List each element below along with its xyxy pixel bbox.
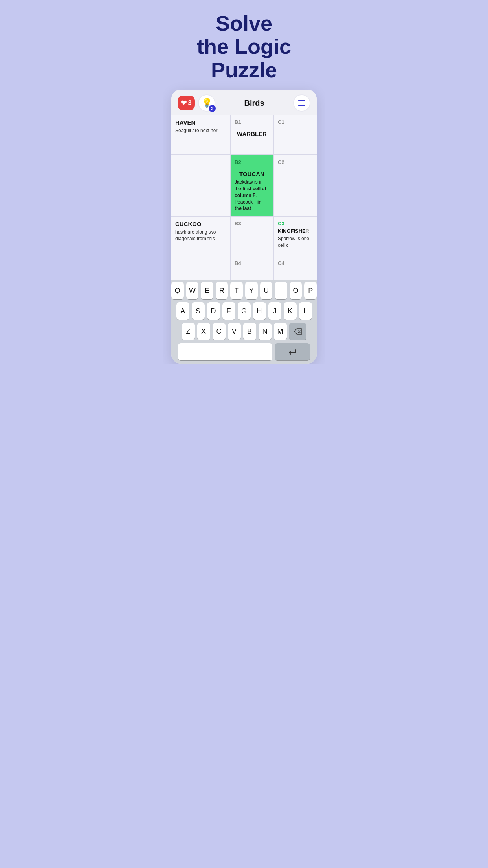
page-container: Solve the Logic Puzzle ❤ 3 💡 3 Birds xyxy=(163,0,325,364)
keyboard-row-2: A S D F G H J K L xyxy=(171,302,317,320)
delete-key[interactable] xyxy=(289,323,306,340)
key-u[interactable]: U xyxy=(260,282,273,299)
key-k[interactable]: K xyxy=(284,302,297,320)
key-h[interactable]: H xyxy=(253,302,266,320)
puzzle-grid: RAVEN Seagull are next her B1 WARBLER C1… xyxy=(171,115,317,280)
cell-c1[interactable]: C1 xyxy=(274,115,317,154)
cell-a3[interactable]: CUCKOO hawk are along two diagonals from… xyxy=(171,216,230,256)
hearts-badge: ❤ 3 xyxy=(178,96,195,110)
key-i[interactable]: I xyxy=(275,282,287,299)
cell-c3-clue: Sparrow is one cell c xyxy=(278,235,313,249)
cell-b1-label: B1 xyxy=(235,119,269,125)
cell-a3-bird: CUCKOO xyxy=(175,221,226,227)
cell-c4-label: C4 xyxy=(278,260,313,266)
cell-b1-bird: WARBLER xyxy=(235,131,269,137)
menu-button[interactable] xyxy=(293,94,310,112)
key-v[interactable]: V xyxy=(228,323,241,340)
keyboard-bottom-row xyxy=(171,343,317,360)
cell-b2-clue: Jackdaw is in the first cell of column F… xyxy=(235,179,269,212)
key-d[interactable]: D xyxy=(207,302,220,320)
key-p[interactable]: P xyxy=(304,282,317,299)
return-key[interactable] xyxy=(275,343,310,360)
hearts-count: 3 xyxy=(188,99,191,107)
menu-line-3 xyxy=(298,105,305,106)
cell-c4[interactable]: C4 xyxy=(274,256,317,280)
cell-b3-label: B3 xyxy=(235,221,269,226)
cell-c3-label: C3 xyxy=(278,221,313,226)
cell-c2[interactable]: C2 xyxy=(274,155,317,216)
key-y[interactable]: Y xyxy=(245,282,258,299)
menu-line-1 xyxy=(298,100,305,101)
hints-badge[interactable]: 💡 3 xyxy=(198,94,215,112)
cell-a1-bird: RAVEN xyxy=(175,119,226,126)
key-e[interactable]: E xyxy=(201,282,213,299)
key-b[interactable]: B xyxy=(243,323,256,340)
cell-b2-label: B2 xyxy=(235,159,269,165)
cell-c3[interactable]: C3 KINGFISHER Sparrow is one cell c xyxy=(274,216,317,256)
key-m[interactable]: M xyxy=(274,323,287,340)
cell-a3-clue: hawk are along two diagonals from this xyxy=(175,229,226,242)
key-f[interactable]: F xyxy=(222,302,235,320)
key-l[interactable]: L xyxy=(299,302,312,320)
key-t[interactable]: T xyxy=(230,282,243,299)
key-n[interactable]: N xyxy=(259,323,272,340)
key-o[interactable]: O xyxy=(290,282,302,299)
key-w[interactable]: W xyxy=(186,282,199,299)
spacebar-key[interactable] xyxy=(178,343,272,360)
cell-c1-label: C1 xyxy=(278,119,313,125)
key-j[interactable]: J xyxy=(268,302,281,320)
hints-count: 3 xyxy=(209,105,216,112)
keyboard-row-3: Z X C V B N M xyxy=(171,323,317,340)
cell-a1-clue: Seagull are next her xyxy=(175,127,226,134)
cell-a2[interactable] xyxy=(171,155,230,216)
cell-c3-bird: KINGFISHER xyxy=(278,228,313,234)
key-a[interactable]: A xyxy=(176,302,189,320)
cell-b2[interactable]: B2 TOUCAN Jackdaw is in the first cell o… xyxy=(231,155,273,216)
key-z[interactable]: Z xyxy=(182,323,195,340)
cell-a4[interactable] xyxy=(171,256,230,280)
cell-b2-bird: TOUCAN xyxy=(235,171,269,177)
header-left: ❤ 3 💡 3 xyxy=(178,94,215,112)
app-card: ❤ 3 💡 3 Birds RAVEN Seagull are next her xyxy=(171,90,317,364)
cell-b1[interactable]: B1 WARBLER xyxy=(231,115,273,154)
app-header: ❤ 3 💡 3 Birds xyxy=(171,90,317,115)
heart-icon: ❤ xyxy=(181,99,187,107)
key-g[interactable]: G xyxy=(238,302,251,320)
keyboard-row-1: Q W E R T Y U I O P xyxy=(171,282,317,299)
key-r[interactable]: R xyxy=(216,282,228,299)
puzzle-title: Birds xyxy=(244,99,264,108)
cell-a1[interactable]: RAVEN Seagull are next her xyxy=(171,115,230,154)
cell-b3[interactable]: B3 xyxy=(231,216,273,256)
hero-title: Solve the Logic Puzzle xyxy=(163,12,325,82)
keyboard: Q W E R T Y U I O P A S D F G H J K xyxy=(171,280,317,364)
key-x[interactable]: X xyxy=(197,323,210,340)
key-c[interactable]: C xyxy=(213,323,226,340)
cell-b4[interactable]: B4 xyxy=(231,256,273,280)
cell-b4-label: B4 xyxy=(235,260,269,266)
key-s[interactable]: S xyxy=(192,302,205,320)
key-q[interactable]: Q xyxy=(171,282,184,299)
cell-c2-label: C2 xyxy=(278,159,313,165)
menu-line-2 xyxy=(298,103,305,104)
